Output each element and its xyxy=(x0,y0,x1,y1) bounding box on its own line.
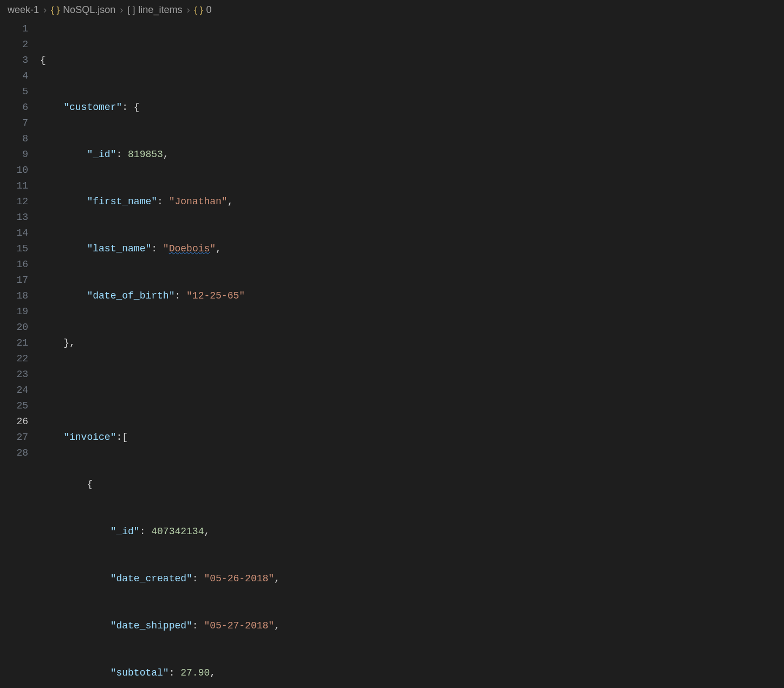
code-line[interactable]: "last_name": "Doebois", xyxy=(40,241,784,257)
breadcrumb-label: 0 xyxy=(206,2,212,18)
line-number: 23 xyxy=(0,367,28,382)
line-number: 27 xyxy=(0,430,28,445)
chevron-right-icon: › xyxy=(185,2,191,18)
line-number: 7 xyxy=(0,115,28,131)
code-line[interactable]: "date_created": "05-26-2018", xyxy=(40,571,784,587)
code-line[interactable]: }, xyxy=(40,335,784,351)
line-number: 26 xyxy=(0,414,28,430)
breadcrumb-item[interactable]: week-1 xyxy=(8,2,39,18)
breadcrumb-item[interactable]: { } 0 xyxy=(194,2,211,18)
code-line[interactable] xyxy=(40,382,784,398)
line-number: 18 xyxy=(0,288,28,304)
code-line[interactable]: "_id": 407342134, xyxy=(40,524,784,540)
line-number: 4 xyxy=(0,68,28,84)
code-line[interactable]: "first_name": "Jonathan", xyxy=(40,194,784,210)
line-number: 20 xyxy=(0,320,28,335)
spell-warning: Doebois xyxy=(169,243,210,254)
line-number: 9 xyxy=(0,147,28,163)
line-number: 6 xyxy=(0,100,28,115)
line-number: 14 xyxy=(0,225,28,241)
line-number: 8 xyxy=(0,131,28,147)
code-line[interactable]: "date_shipped": "05-27-2018", xyxy=(40,618,784,634)
breadcrumb-label: line_items xyxy=(138,2,182,18)
line-number-gutter: 1 2 3 4 5 6 7 8 9 10 11 12 13 14 15 16 1… xyxy=(0,21,40,688)
breadcrumb-label: NoSQL.json xyxy=(63,2,115,18)
code-editor[interactable]: 1 2 3 4 5 6 7 8 9 10 11 12 13 14 15 16 1… xyxy=(0,19,784,688)
line-number: 25 xyxy=(0,398,28,414)
line-number: 3 xyxy=(0,53,28,68)
braces-icon: { } xyxy=(51,2,60,18)
line-number: 15 xyxy=(0,241,28,257)
breadcrumb-label: week-1 xyxy=(8,2,39,18)
line-number: 12 xyxy=(0,194,28,210)
line-number: 19 xyxy=(0,304,28,320)
code-line[interactable]: "invoice":[ xyxy=(40,430,784,445)
chevron-right-icon: › xyxy=(42,2,48,18)
braces-icon: { } xyxy=(194,2,203,18)
line-number: 24 xyxy=(0,382,28,398)
code-line[interactable]: "_id": 819853, xyxy=(40,147,784,163)
line-number: 17 xyxy=(0,272,28,288)
line-number: 11 xyxy=(0,178,28,194)
line-number: 16 xyxy=(0,257,28,272)
line-number: 2 xyxy=(0,37,28,53)
chevron-right-icon: › xyxy=(119,2,124,18)
code-line[interactable]: "customer": { xyxy=(40,100,784,115)
line-number: 5 xyxy=(0,84,28,100)
code-line[interactable]: { xyxy=(40,477,784,492)
line-number: 28 xyxy=(0,445,28,461)
breadcrumb-item[interactable]: [ ] line_items xyxy=(127,2,182,18)
breadcrumb-item[interactable]: { } NoSQL.json xyxy=(51,2,115,18)
code-line[interactable]: { xyxy=(40,53,784,68)
code-line[interactable]: "date_of_birth": "12-25-65" xyxy=(40,288,784,304)
brackets-icon: [ ] xyxy=(127,2,135,18)
line-number: 21 xyxy=(0,335,28,351)
line-number: 10 xyxy=(0,163,28,178)
line-number: 13 xyxy=(0,210,28,225)
line-number: 1 xyxy=(0,21,28,37)
code-line[interactable]: "subtotal": 27.90, xyxy=(40,665,784,681)
breadcrumb: week-1 › { } NoSQL.json › [ ] line_items… xyxy=(0,0,784,19)
code-area[interactable]: { "customer": { "_id": 819853, "first_na… xyxy=(40,21,784,688)
line-number: 22 xyxy=(0,351,28,367)
